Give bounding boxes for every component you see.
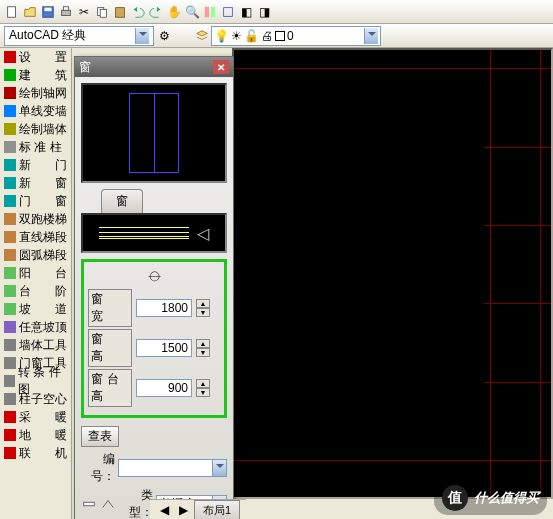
layer-manager-icon[interactable] [194, 28, 210, 44]
palette-item-20[interactable]: 采 暖 [0, 408, 71, 426]
sill-spinner[interactable]: ▲▼ [196, 379, 210, 397]
palette-item-22[interactable]: 联 机 [0, 444, 71, 462]
lookup-button[interactable]: 查表 [81, 426, 119, 447]
height-spinner[interactable]: ▲▼ [196, 339, 210, 357]
palette-icon [4, 393, 16, 405]
svg-rect-6 [100, 9, 106, 17]
watermark-text: 什么值得买 [474, 489, 539, 507]
palette-icon [4, 339, 16, 351]
match-icon[interactable] [202, 4, 218, 20]
undo-icon[interactable] [130, 4, 146, 20]
palette-icon [4, 177, 16, 189]
model-tab-nav-right[interactable]: ▶ [175, 502, 191, 518]
palette-item-7[interactable]: 新 窗 [0, 174, 71, 192]
palette-item-10[interactable]: 直线梯段 [0, 228, 71, 246]
tool-a-icon[interactable]: ◧ [238, 4, 254, 20]
palette-icon [4, 411, 16, 423]
new-icon[interactable] [4, 4, 20, 20]
palette-icon [4, 375, 15, 387]
palette-item-0[interactable]: 设 置 [0, 48, 71, 66]
palette-item-12[interactable]: 阳 台 [0, 264, 71, 282]
tool-palette: 设 置建 筑绘制轴网单线变墙绘制墙体标 准 柱新 门新 窗门 窗双跑楼梯直线梯段… [0, 48, 72, 519]
palette-label: 单线变墙 [19, 103, 67, 120]
window-preview [81, 83, 227, 183]
palette-item-19[interactable]: 柱子空心 [0, 390, 71, 408]
palette-item-16[interactable]: 墙体工具 [0, 336, 71, 354]
palette-label: 坡 道 [19, 301, 67, 318]
chevron-down-icon[interactable] [212, 460, 226, 476]
height-input[interactable] [136, 339, 192, 357]
layout-tab[interactable]: 布局1 [194, 500, 240, 520]
section-preview: ◁ [81, 213, 227, 253]
lock-icon: 🔓 [244, 29, 259, 43]
lightbulb-icon: 💡 [214, 29, 229, 43]
palette-item-1[interactable]: 建 筑 [0, 66, 71, 84]
palette-item-15[interactable]: 任意坡顶 [0, 318, 71, 336]
palette-item-14[interactable]: 坡 道 [0, 300, 71, 318]
svg-rect-0 [8, 6, 16, 17]
type-label: 类型： [119, 487, 153, 519]
svg-rect-8 [205, 6, 209, 17]
palette-label: 地 暖 [19, 427, 67, 444]
model-tab-nav-left[interactable]: ◀ [156, 502, 172, 518]
save-icon[interactable] [40, 4, 56, 20]
workspace-select[interactable]: AutoCAD 经典 [4, 26, 154, 46]
palette-item-2[interactable]: 绘制轴网 [0, 84, 71, 102]
palette-label: 阳 台 [19, 265, 67, 282]
width-label: 窗 宽 [88, 289, 132, 327]
palette-label: 柱子空心 [19, 391, 67, 408]
palette-item-21[interactable]: 地 暖 [0, 426, 71, 444]
redo-icon[interactable] [148, 4, 164, 20]
block-icon[interactable] [220, 4, 236, 20]
svg-rect-11 [84, 502, 95, 506]
width-spinner[interactable]: ▲▼ [196, 299, 210, 317]
palette-item-11[interactable]: 圆弧梯段 [0, 246, 71, 264]
flip-icon[interactable]: ◁ [197, 224, 209, 243]
palette-item-8[interactable]: 门 窗 [0, 192, 71, 210]
copy-icon[interactable] [94, 4, 110, 20]
print-icon[interactable] [58, 4, 74, 20]
palette-item-3[interactable]: 单线变墙 [0, 102, 71, 120]
palette-icon [4, 159, 16, 171]
insert-mode-b-icon[interactable] [100, 496, 116, 512]
close-icon[interactable]: ✕ [213, 60, 229, 74]
chevron-down-icon[interactable] [135, 28, 149, 44]
palette-item-18[interactable]: 转 条 件 图 [0, 372, 71, 390]
chevron-down-icon[interactable] [364, 28, 378, 44]
palette-item-4[interactable]: 绘制墙体 [0, 120, 71, 138]
window-dialog: 窗 ✕ 窗 ◁ ⦵ 窗 宽 ▲▼ 窗 高 ▲▼ 窗台高 ▲▼ 查表 编号： [74, 56, 234, 519]
gear-icon[interactable]: ⚙ [156, 28, 172, 44]
width-input[interactable] [136, 299, 192, 317]
number-select[interactable] [118, 459, 227, 477]
cut-icon[interactable]: ✂ [76, 4, 92, 20]
tab-window[interactable]: 窗 [101, 189, 143, 213]
palette-icon [4, 357, 16, 369]
dialog-titlebar[interactable]: 窗 ✕ [75, 57, 233, 77]
palette-item-5[interactable]: 标 准 柱 [0, 138, 71, 156]
sill-input[interactable] [136, 379, 192, 397]
main-toolbar: ✂ ✋ 🔍 ◧ ◨ [0, 0, 553, 24]
drawing-canvas[interactable] [232, 48, 553, 499]
svg-rect-4 [63, 6, 68, 10]
palette-icon [4, 267, 16, 279]
palette-icon [4, 123, 16, 135]
paste-icon[interactable] [112, 4, 128, 20]
pan-icon[interactable]: ✋ [166, 4, 182, 20]
palette-item-13[interactable]: 台 阶 [0, 282, 71, 300]
zoom-icon[interactable]: 🔍 [184, 4, 200, 20]
insert-mode-a-icon[interactable] [81, 496, 97, 512]
palette-icon [4, 447, 16, 459]
palette-item-9[interactable]: 双跑楼梯 [0, 210, 71, 228]
open-icon[interactable] [22, 4, 38, 20]
palette-icon [4, 141, 16, 153]
layer-select[interactable]: 💡 ☀ 🔓 🖨 0 [211, 26, 381, 46]
mirror-icon[interactable]: ⦵ [88, 268, 220, 285]
palette-label: 建 筑 [19, 67, 67, 84]
tool-b-icon[interactable]: ◨ [256, 4, 272, 20]
palette-item-6[interactable]: 新 门 [0, 156, 71, 174]
palette-label: 设 置 [19, 49, 67, 66]
palette-icon [4, 303, 16, 315]
svg-rect-7 [116, 7, 125, 17]
palette-label: 任意坡顶 [19, 319, 67, 336]
palette-label: 绘制墙体 [19, 121, 67, 138]
